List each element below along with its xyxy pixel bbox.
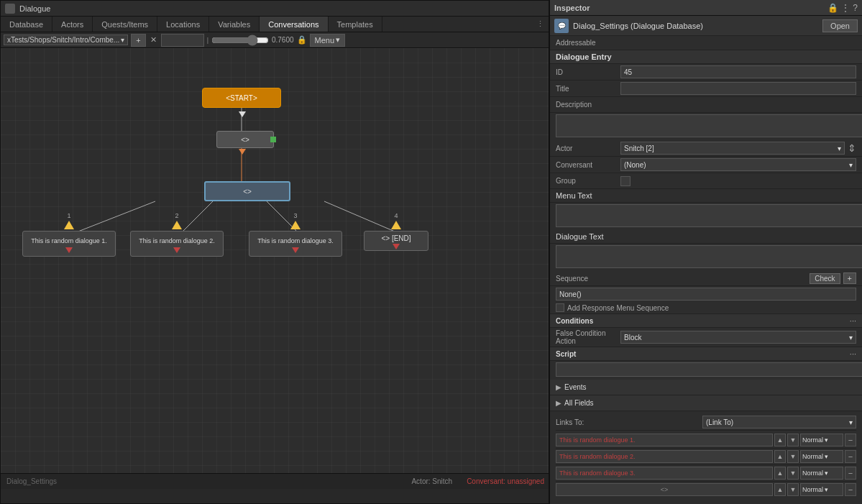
path-dropdown[interactable]: xTests/Shops/Snitch/Intro/Combe... ▾ — [4, 35, 128, 45]
clear-search-button[interactable]: ✕ — [149, 35, 158, 45]
conditions-label: Conditions — [556, 317, 847, 325]
tab-templates[interactable]: Templates — [329, 17, 382, 32]
link-up-1[interactable]: ▲ — [774, 434, 786, 446]
node-choice[interactable]: <> — [204, 181, 290, 201]
link-type-3[interactable]: Normal ▾ — [800, 467, 843, 480]
node-dialogue1[interactable]: This is random dialogue 1. — [22, 231, 116, 257]
addressable-row: Addressable — [550, 36, 862, 50]
link-type-2[interactable]: Normal ▾ — [800, 450, 843, 463]
conditions-dots-button[interactable]: ··· — [850, 316, 856, 325]
toolbar: xTests/Shops/Snitch/Intro/Combe... ▾ + ✕… — [1, 32, 549, 48]
script-textarea[interactable] — [556, 362, 862, 377]
link-type-4[interactable]: Normal ▾ — [800, 483, 843, 496]
false-condition-dropdown[interactable]: Block ▾ — [620, 331, 856, 344]
sequence-row: Sequence Check + — [550, 271, 862, 286]
menu-arrow-icon: ▾ — [336, 35, 340, 45]
link-minus-2[interactable]: − — [845, 450, 856, 463]
add-response-checkbox[interactable] — [556, 303, 564, 312]
script-dots-button[interactable]: ··· — [850, 349, 856, 358]
link-text-3[interactable]: This is random dialogue 3. — [556, 467, 773, 480]
sequence-label: Sequence — [556, 275, 807, 283]
sequence-plus-button[interactable]: + — [843, 272, 856, 284]
link-item-3: This is random dialogue 3. ▲ ▼ Normal ▾ … — [556, 465, 856, 482]
menu-text-textarea[interactable] — [556, 204, 862, 227]
window-title: Dialogue — [19, 4, 50, 13]
actor-expand-btn[interactable]: ⇕ — [848, 142, 856, 154]
events-label: Events — [564, 383, 587, 391]
add-button[interactable]: + — [131, 34, 145, 47]
tab-conversations[interactable]: Conversations — [260, 17, 328, 32]
inspector-title: Inspector — [554, 4, 590, 12]
tab-variables[interactable]: Variables — [209, 17, 260, 32]
arrow-down-2 — [239, 149, 246, 155]
link-down-4[interactable]: ▼ — [787, 483, 799, 496]
conversant-dropdown[interactable]: (None) ▾ — [620, 158, 856, 171]
conversant-field-row: Conversant (None) ▾ — [550, 157, 862, 173]
link-minus-4[interactable]: − — [845, 483, 856, 496]
link-text-1[interactable]: This is random dialogue 1. — [556, 434, 773, 446]
node-dialogue3[interactable]: This is random dialogue 3. — [249, 231, 342, 257]
open-button[interactable]: Open — [822, 19, 858, 32]
tab-quests-items[interactable]: Quests/Items — [93, 17, 157, 32]
triangle-red-3 — [292, 247, 299, 253]
tab-overflow[interactable]: ⋮ — [532, 19, 549, 29]
more-icon[interactable]: ⋮ — [841, 3, 850, 13]
link-type-1[interactable]: Normal ▾ — [800, 434, 843, 446]
window-title-bar: Dialogue — [1, 1, 549, 17]
add-response-row: Add Response Menu Sequence — [550, 302, 862, 314]
script-label: Script — [556, 350, 847, 358]
link-up-4[interactable]: ▲ — [774, 483, 786, 496]
canvas[interactable]: <START> <> <> 1 This is random dialogue … — [1, 48, 549, 489]
title-input[interactable] — [620, 82, 856, 95]
node-start[interactable]: <START> — [202, 88, 281, 108]
dialog-settings-label: Dialog_Settings — [6, 477, 57, 485]
conditions-row: Conditions ··· — [550, 314, 862, 328]
actor-label: Actor — [556, 145, 620, 152]
dialogue-text-header: Dialogue Text — [550, 230, 862, 244]
dialogue-text-textarea[interactable] — [556, 245, 862, 268]
description-field-row: Description — [550, 97, 862, 113]
link-text-4[interactable]: <> — [556, 483, 773, 496]
title-field-row: Title — [550, 81, 862, 97]
node-number-2: 2 — [175, 212, 178, 219]
lock-button[interactable]: 🔒 — [297, 35, 307, 45]
menu-button[interactable]: Menu ▾ — [310, 34, 346, 47]
dropdown-arrow-icon: ▾ — [121, 36, 124, 44]
node-dialogue2[interactable]: This is random dialogue 2. — [130, 231, 224, 257]
question-icon[interactable]: ? — [853, 3, 858, 13]
search-input[interactable] — [161, 34, 204, 47]
object-name: Dialog_Settings (Dialogue Database) — [573, 22, 703, 30]
conversant-dropdown-arrow: ▾ — [849, 161, 853, 169]
actor-dropdown[interactable]: Snitch [2] ▾ — [620, 142, 845, 155]
zoom-value: 0.7600 — [272, 36, 294, 44]
link-text-2[interactable]: This is random dialogue 2. — [556, 450, 773, 463]
section-header: Dialogue Entry — [550, 50, 862, 64]
node-end[interactable]: <> [END] — [364, 231, 428, 251]
link-up-2[interactable]: ▲ — [774, 450, 786, 463]
id-input[interactable] — [620, 65, 856, 78]
link-minus-1[interactable]: − — [845, 434, 856, 446]
links-header: Links To: (Link To) ▾ — [556, 414, 856, 431]
lock-icon[interactable]: 🔒 — [827, 3, 838, 13]
zoom-slider[interactable] — [211, 35, 269, 46]
links-dropdown-arrow: ▾ — [849, 418, 853, 426]
group-checkbox[interactable] — [620, 176, 631, 186]
conversant-label: Conversant — [556, 161, 620, 169]
tab-locations[interactable]: Locations — [157, 17, 209, 32]
link-down-2[interactable]: ▼ — [787, 450, 799, 463]
link-down-1[interactable]: ▼ — [787, 434, 799, 446]
tab-database[interactable]: Database — [1, 17, 52, 32]
inspector-panel: Inspector 🔒 ⋮ ? 💬 Dialog_Settings (Dialo… — [549, 0, 862, 504]
node-end-container: 4 <> [END] — [364, 221, 428, 251]
arrow-down-1 — [239, 111, 246, 117]
description-textarea[interactable] — [556, 114, 862, 137]
node-empty1[interactable]: <> — [216, 131, 274, 148]
links-to-dropdown[interactable]: (Link To) ▾ — [702, 416, 856, 429]
tab-actors[interactable]: Actors — [52, 17, 93, 32]
node-number-4: 4 — [394, 212, 398, 219]
link-up-3[interactable]: ▲ — [774, 467, 786, 480]
link-minus-3[interactable]: − — [845, 467, 856, 480]
link-down-3[interactable]: ▼ — [787, 467, 799, 480]
inspector-icons: 🔒 ⋮ ? — [827, 3, 858, 13]
check-button[interactable]: Check — [810, 273, 840, 284]
